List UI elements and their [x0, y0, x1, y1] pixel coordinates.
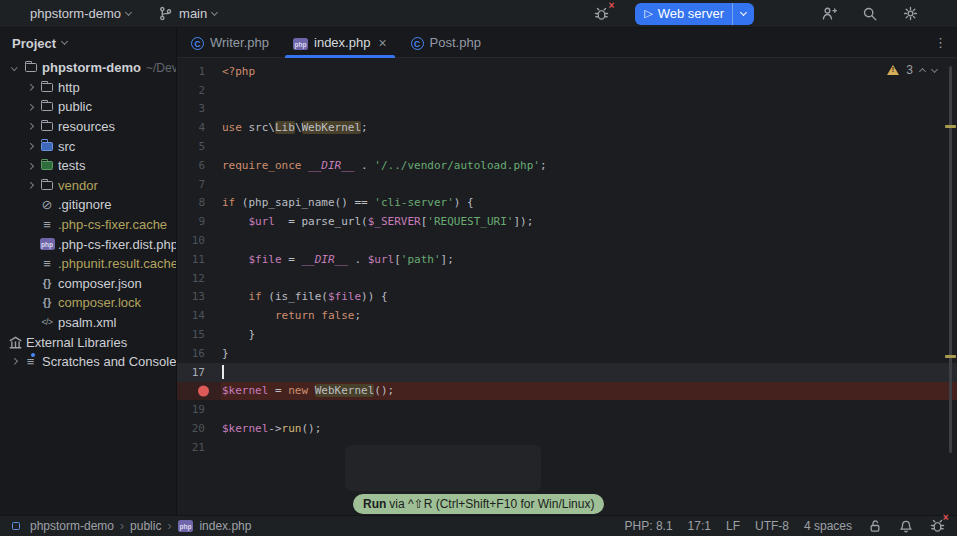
tree-item--gitignore[interactable]: ⊘.gitignore — [0, 195, 176, 215]
line-number[interactable]: 10 — [177, 234, 221, 247]
code-line-content[interactable]: } — [221, 344, 957, 363]
status-item[interactable]: UTF-8 — [755, 519, 789, 533]
breadcrumb-item[interactable]: public — [130, 519, 161, 533]
code-line-content[interactable]: $kernel = new WebKernel(); — [221, 382, 957, 401]
tree-item-http[interactable]: http — [0, 78, 176, 98]
tree-item-phpstorm-demo[interactable]: phpstorm-demo~/Dev/p — [0, 58, 176, 78]
project-selector[interactable]: phpstorm-demo — [30, 6, 131, 21]
code-editor[interactable]: 1<?php234use src\Lib\WebKernel;56require… — [177, 58, 957, 515]
line-number[interactable]: 8 — [177, 196, 221, 209]
tree-item-public[interactable]: public — [0, 97, 176, 117]
line-number[interactable]: 12 — [177, 272, 221, 285]
tree-item-vendor[interactable]: vendor — [0, 176, 176, 196]
run-options-dropdown[interactable] — [733, 13, 754, 15]
line-number[interactable]: 11 — [177, 253, 221, 266]
code-line-13[interactable]: 13 if (is_file($file)) { — [177, 288, 957, 307]
code-line-9[interactable]: 9 $url = parse_url($_SERVER['REQUEST_URI… — [177, 212, 957, 231]
vcs-branch-selector[interactable]: main — [157, 5, 217, 22]
chevron-right-icon[interactable] — [22, 164, 38, 169]
bug-error-icon[interactable]: × — [929, 518, 945, 534]
breakpoint-icon[interactable] — [198, 385, 209, 396]
inspection-widget[interactable]: 3 — [887, 63, 937, 77]
line-number[interactable]: 5 — [177, 140, 221, 153]
code-line-10[interactable]: 10 — [177, 231, 957, 250]
code-line-content[interactable] — [221, 400, 957, 419]
warning-stripe-mark[interactable] — [945, 125, 956, 128]
code-line-5[interactable]: 5 — [177, 137, 957, 156]
code-line-content[interactable] — [221, 269, 957, 288]
code-line-content[interactable]: return false; — [221, 306, 957, 325]
code-line-content[interactable]: require_once __DIR__ . '/../vendor/autol… — [221, 156, 957, 175]
code-line-content[interactable]: $kernel->run(); — [221, 419, 957, 438]
code-line-11[interactable]: 11 $file = __DIR__ . $url['path']; — [177, 250, 957, 269]
tree-item-src[interactable]: src — [0, 136, 176, 156]
chevron-right-icon[interactable] — [22, 85, 38, 90]
line-number[interactable]: 20 — [177, 422, 221, 435]
line-number[interactable]: 2 — [177, 84, 221, 97]
code-line-4[interactable]: 4use src\Lib\WebKernel; — [177, 118, 957, 137]
tree-item-composer-lock[interactable]: {}composer.lock — [0, 293, 176, 313]
status-item[interactable]: PHP: 8.1 — [625, 519, 673, 533]
next-problem-icon[interactable] — [931, 65, 938, 72]
line-number[interactable]: 13 — [177, 290, 221, 303]
code-line-content[interactable]: } — [221, 325, 957, 344]
line-number[interactable]: 19 — [177, 403, 221, 416]
code-line-content[interactable] — [221, 137, 957, 156]
code-line-content[interactable] — [221, 231, 957, 250]
run-configuration-button[interactable]: ▷ Web server — [635, 3, 754, 25]
tree-item--php-cs-fixer-dist-php[interactable]: php.php-cs-fixer.dist.php — [0, 234, 176, 254]
code-line-content[interactable]: $url = parse_url($_SERVER['REQUEST_URI']… — [221, 212, 957, 231]
code-line-21[interactable]: 21 — [177, 438, 957, 457]
tab-options-menu-icon[interactable]: ⋮ — [924, 28, 957, 57]
line-number[interactable]: 21 — [177, 441, 221, 454]
code-line-12[interactable]: 12 — [177, 269, 957, 288]
breadcrumb-item[interactable]: index.php — [199, 519, 251, 533]
project-panel-header[interactable]: Project — [0, 28, 176, 58]
code-line-16[interactable]: 16} — [177, 344, 957, 363]
line-number[interactable]: 16 — [177, 347, 221, 360]
warning-stripe-mark[interactable] — [945, 355, 956, 358]
chevron-right-icon[interactable] — [22, 183, 38, 188]
tab-index-php[interactable]: phpindex.php× — [281, 28, 399, 57]
line-number[interactable]: 6 — [177, 159, 221, 172]
status-item[interactable]: 17:1 — [688, 519, 711, 533]
code-line-content[interactable]: $file = __DIR__ . $url['path']; — [221, 250, 957, 269]
code-line-content[interactable] — [221, 175, 957, 194]
code-line-content[interactable]: if (php_sapi_name() == 'cli-server') { — [221, 194, 957, 213]
code-area[interactable]: 1<?php234use src\Lib\WebKernel;56require… — [177, 62, 957, 457]
line-number[interactable]: 4 — [177, 121, 221, 134]
tree-item-external-libraries[interactable]: External Libraries — [0, 332, 176, 352]
chevron-right-icon[interactable] — [22, 105, 38, 110]
code-line-6[interactable]: 6require_once __DIR__ . '/../vendor/auto… — [177, 156, 957, 175]
code-line-2[interactable]: 2 — [177, 81, 957, 100]
module-icon[interactable] — [8, 518, 24, 534]
tab-writer-php[interactable]: CWriter.php — [179, 28, 281, 57]
code-line-7[interactable]: 7 — [177, 175, 957, 194]
code-line-1[interactable]: 1<?php — [177, 62, 957, 81]
line-number[interactable]: 14 — [177, 309, 221, 322]
tree-item-psalm-xml[interactable]: </>psalm.xml — [0, 313, 176, 333]
line-number[interactable]: 1 — [177, 65, 221, 78]
chevron-right-icon[interactable] — [6, 359, 22, 364]
code-line-content[interactable] — [221, 363, 957, 382]
tree-item--php-cs-fixer-cache[interactable]: ≡.php-cs-fixer.cache — [0, 215, 176, 235]
breadcrumb-item[interactable]: phpstorm-demo — [30, 519, 114, 533]
code-line-8[interactable]: 8if (php_sapi_name() == 'cli-server') { — [177, 194, 957, 213]
tree-item-resources[interactable]: resources — [0, 117, 176, 137]
line-number[interactable]: 9 — [177, 215, 221, 228]
code-line-content[interactable] — [221, 100, 957, 119]
code-line-17[interactable]: 17 — [177, 363, 957, 382]
chevron-down-icon[interactable] — [6, 67, 22, 70]
php-file-icon[interactable]: php — [177, 518, 193, 534]
code-line-20[interactable]: 20$kernel->run(); — [177, 419, 957, 438]
close-icon[interactable]: × — [378, 35, 386, 51]
code-line-content[interactable]: <?php — [221, 62, 957, 81]
code-line-content[interactable]: use src\Lib\WebKernel; — [221, 118, 957, 137]
chevron-right-icon[interactable] — [22, 124, 38, 129]
previous-problem-icon[interactable] — [919, 68, 926, 75]
bell-icon[interactable] — [898, 518, 914, 534]
line-number[interactable]: 7 — [177, 178, 221, 191]
code-line-content[interactable]: if (is_file($file)) { — [221, 288, 957, 307]
chevron-right-icon[interactable] — [22, 144, 38, 149]
search-icon[interactable] — [861, 5, 878, 22]
